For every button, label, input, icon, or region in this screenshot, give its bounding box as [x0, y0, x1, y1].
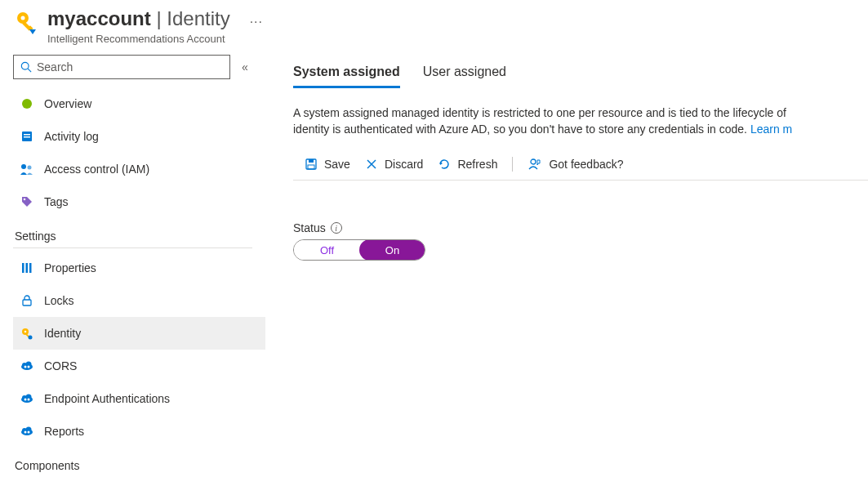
sidebar-item-reports[interactable]: Reports — [13, 415, 265, 448]
svg-point-1 — [21, 16, 25, 20]
svg-rect-38 — [309, 159, 314, 163]
svg-point-36 — [28, 431, 30, 434]
sidebar-item-label: Endpoint Authentications — [44, 392, 170, 405]
svg-rect-9 — [24, 134, 30, 136]
svg-rect-14 — [22, 263, 24, 273]
toggle-off[interactable]: Off — [294, 240, 360, 260]
overview-icon — [20, 96, 34, 111]
svg-point-26 — [28, 366, 30, 368]
toggle-on[interactable]: On — [359, 239, 425, 261]
people-icon — [20, 162, 34, 176]
status-label: Status — [293, 221, 326, 234]
svg-rect-15 — [26, 263, 29, 273]
save-button[interactable]: Save — [305, 158, 350, 171]
tag-icon — [20, 194, 34, 209]
more-button[interactable]: ··· — [250, 15, 263, 29]
discard-button[interactable]: Discard — [365, 158, 423, 171]
search-input[interactable]: Search — [13, 55, 230, 79]
sidebar-item-tags[interactable]: Tags — [13, 185, 265, 218]
sidebar-item-properties[interactable]: Properties — [13, 252, 265, 284]
tab-bar: System assigned User assigned — [293, 65, 868, 88]
sidebar-section-settings: Settings — [13, 218, 252, 248]
svg-point-30 — [24, 399, 27, 401]
learn-more-link[interactable]: Learn m — [750, 123, 792, 136]
svg-point-13 — [24, 198, 26, 201]
sidebar-item-label: Tags — [44, 195, 69, 208]
svg-point-7 — [22, 99, 32, 109]
identity-icon — [20, 326, 34, 341]
log-icon — [20, 129, 34, 144]
svg-line-6 — [28, 69, 31, 72]
sidebar-item-label: Reports — [44, 425, 84, 438]
sidebar-item-label: Properties — [44, 261, 96, 274]
svg-point-35 — [24, 431, 27, 434]
main-content: System assigned User assigned A system a… — [265, 45, 868, 480]
svg-point-5 — [21, 62, 29, 69]
page-title: myaccount | Identity — [47, 7, 230, 31]
sidebar-item-overview[interactable]: Overview — [13, 87, 265, 120]
sidebar-item-label: Overview — [44, 97, 91, 110]
svg-point-19 — [24, 331, 27, 333]
search-icon — [20, 61, 32, 73]
cloud-icon — [20, 424, 34, 439]
svg-point-21 — [29, 336, 33, 340]
sidebar-item-endpoint-auth[interactable]: Endpoint Authentications — [13, 382, 265, 415]
svg-point-31 — [28, 399, 30, 401]
key-icon — [13, 10, 39, 36]
info-icon[interactable]: i — [331, 222, 342, 234]
tab-user-assigned[interactable]: User assigned — [423, 65, 506, 88]
status-toggle[interactable]: Off On — [293, 239, 425, 261]
svg-rect-17 — [23, 300, 31, 305]
save-icon — [305, 158, 318, 171]
sidebar-item-label: Activity log — [44, 130, 99, 143]
sidebar: Search « Overview Activity log Access co… — [0, 45, 265, 480]
tab-system-assigned[interactable]: System assigned — [293, 65, 400, 88]
sidebar-item-label: CORS — [44, 359, 77, 372]
sidebar-item-access-control[interactable]: Access control (IAM) — [13, 153, 265, 185]
page-subtitle: Intelligent Recommendations Account — [47, 33, 230, 45]
svg-point-43 — [531, 159, 536, 164]
refresh-icon — [438, 158, 451, 171]
cloud-icon — [20, 359, 34, 373]
page-header: myaccount | Identity Intelligent Recomme… — [0, 0, 868, 45]
collapse-icon[interactable]: « — [242, 60, 248, 74]
sidebar-item-label: Locks — [44, 294, 74, 307]
svg-marker-42 — [440, 162, 443, 165]
cloud-icon — [20, 391, 34, 406]
svg-marker-4 — [29, 29, 36, 34]
description-text: A system assigned managed identity is re… — [293, 105, 868, 137]
sidebar-item-label: Access control (IAM) — [44, 163, 149, 176]
properties-icon — [20, 261, 34, 275]
svg-point-11 — [21, 164, 26, 169]
feedback-icon — [527, 158, 542, 171]
search-placeholder: Search — [37, 60, 73, 74]
discard-icon — [365, 158, 378, 171]
svg-rect-10 — [24, 136, 30, 138]
toolbar-divider — [512, 157, 513, 172]
svg-point-25 — [24, 366, 27, 368]
svg-rect-39 — [308, 165, 314, 169]
sidebar-item-label: Identity — [44, 327, 81, 340]
sidebar-section-components: Components — [13, 448, 252, 477]
sidebar-item-locks[interactable]: Locks — [13, 284, 265, 317]
refresh-button[interactable]: Refresh — [438, 158, 497, 171]
svg-point-12 — [28, 166, 32, 170]
toolbar: Save Discard Refresh Got feedback? — [293, 157, 868, 181]
sidebar-item-activity-log[interactable]: Activity log — [13, 120, 265, 153]
svg-rect-16 — [29, 263, 32, 273]
lock-icon — [20, 293, 34, 308]
sidebar-item-cors[interactable]: CORS — [13, 350, 265, 382]
feedback-button[interactable]: Got feedback? — [527, 158, 623, 171]
sidebar-item-identity[interactable]: Identity — [13, 317, 265, 350]
